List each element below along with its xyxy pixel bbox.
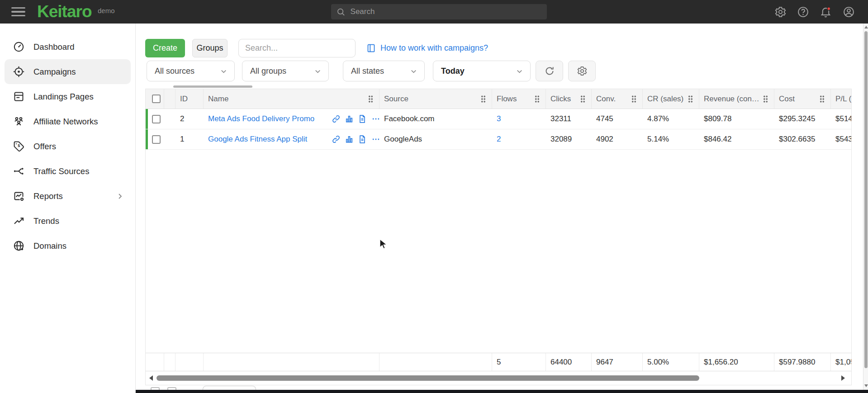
- column-header-revenue[interactable]: Revenue (con…: [699, 89, 774, 109]
- column-drag-handle[interactable]: [688, 95, 693, 103]
- table-top-scrollbar-thumb[interactable]: [173, 85, 252, 88]
- top-bar: Keitaro demo: [0, 0, 868, 24]
- flows-count-link[interactable]: 2: [497, 135, 501, 143]
- chevron-down-icon: [409, 67, 418, 76]
- column-header-id[interactable]: ID: [175, 89, 204, 109]
- sidebar-item-affiliate-networks[interactable]: Affiliate Networks: [5, 109, 131, 134]
- column-drag-handle[interactable]: [820, 95, 825, 103]
- select-all-cell: [146, 89, 164, 109]
- mouse-cursor: [379, 239, 390, 251]
- clicks-value: 32311: [546, 114, 592, 123]
- groups-button[interactable]: Groups: [192, 39, 228, 57]
- sidebar: Dashboard Campaigns Landings Pages Affil…: [0, 24, 136, 393]
- revenue-value: $846.42: [699, 135, 774, 144]
- chevron-down-icon: [219, 67, 228, 76]
- sidebar-item-campaigns[interactable]: Campaigns: [5, 59, 131, 84]
- campaign-link-icon[interactable]: [332, 135, 341, 144]
- groups-filter-dropdown[interactable]: All groups: [242, 61, 329, 81]
- column-header-name[interactable]: Name: [204, 89, 379, 109]
- global-search[interactable]: [331, 4, 547, 19]
- table-horizontal-scrollbar: [146, 371, 851, 385]
- column-header-source[interactable]: Source: [379, 89, 492, 109]
- sidebar-item-dashboard[interactable]: Dashboard: [5, 34, 131, 59]
- sidebar-item-reports[interactable]: Reports: [5, 184, 131, 208]
- settings-gear-icon[interactable]: [774, 6, 787, 18]
- column-drag-handle[interactable]: [535, 95, 540, 103]
- dashboard-icon: [13, 41, 25, 53]
- scroll-up-arrow[interactable]: [864, 26, 868, 28]
- refresh-button[interactable]: [536, 61, 563, 81]
- column-drag-handle[interactable]: [368, 95, 373, 103]
- total-revenue: $1,656.20: [699, 353, 774, 371]
- campaign-log-icon[interactable]: [358, 114, 367, 123]
- cr-sales-value: 5.14%: [643, 135, 699, 144]
- bottom-cutoff-bar: [136, 390, 868, 393]
- campaigns-target-icon: [13, 66, 25, 78]
- column-header-cr-sales[interactable]: CR (sales): [643, 89, 699, 109]
- sidebar-item-traffic-sources[interactable]: Traffic Sources: [5, 159, 131, 184]
- pl-value: $543: [831, 135, 852, 144]
- campaign-link-icon[interactable]: [332, 114, 341, 123]
- cost-value: $295.3245: [774, 114, 831, 123]
- sidebar-item-label: Offers: [33, 142, 56, 152]
- svg-text:$: $: [18, 143, 20, 148]
- conversions-value: 4745: [592, 114, 643, 123]
- help-campaigns-link[interactable]: How to work with campaigns?: [366, 43, 488, 53]
- domains-globe-icon: [13, 240, 25, 252]
- sidebar-item-label: Traffic Sources: [33, 166, 89, 176]
- campaign-stats-icon[interactable]: [345, 114, 354, 123]
- column-header-cost[interactable]: Cost: [774, 89, 831, 109]
- date-range-dropdown[interactable]: Today: [433, 61, 531, 81]
- column-drag-handle[interactable]: [580, 95, 585, 103]
- more-actions-icon[interactable]: [371, 135, 379, 144]
- account-icon[interactable]: [843, 6, 855, 18]
- sidebar-item-label: Campaigns: [33, 67, 76, 77]
- sidebar-item-offers[interactable]: $ Offers: [5, 134, 131, 159]
- column-header-pl[interactable]: P/L (: [831, 89, 852, 109]
- row-checkbox[interactable]: [152, 115, 161, 123]
- reports-icon: [13, 190, 25, 202]
- campaign-id: 1: [175, 135, 204, 144]
- scroll-down-arrow[interactable]: [864, 384, 868, 387]
- help-icon[interactable]: [797, 6, 809, 18]
- campaign-id: 2: [175, 114, 204, 123]
- groups-filter-value: All groups: [250, 66, 286, 76]
- scroll-right-arrow[interactable]: [841, 375, 845, 381]
- flows-count-link[interactable]: 3: [497, 114, 501, 123]
- campaign-stats-icon[interactable]: [345, 135, 354, 144]
- column-header-conv[interactable]: Conv.: [592, 89, 643, 109]
- campaign-log-icon[interactable]: [358, 135, 367, 144]
- sidebar-item-trends[interactable]: Trends: [5, 208, 131, 233]
- table-settings-button[interactable]: [568, 61, 596, 81]
- sidebar-item-domains[interactable]: Domains: [5, 233, 131, 258]
- column-header-clicks[interactable]: Clicks: [546, 89, 592, 109]
- cr-sales-value: 4.87%: [643, 114, 699, 123]
- column-header-flows[interactable]: Flows: [492, 89, 546, 109]
- row-checkbox[interactable]: [152, 135, 161, 144]
- global-search-input[interactable]: [351, 7, 541, 16]
- campaign-search-input[interactable]: [238, 39, 356, 57]
- total-cr-sales: 5.00%: [643, 353, 699, 371]
- column-drag-handle[interactable]: [481, 95, 486, 103]
- menu-toggle-icon[interactable]: [11, 7, 25, 16]
- sidebar-item-label: Reports: [33, 191, 105, 201]
- create-button[interactable]: Create: [145, 39, 185, 57]
- chevron-down-icon: [515, 67, 524, 76]
- scroll-left-arrow[interactable]: [149, 375, 153, 381]
- clicks-value: 32089: [546, 135, 592, 144]
- campaign-name-link[interactable]: Google Ads Fitness App Split: [208, 135, 307, 144]
- notifications-bell-icon[interactable]: [820, 6, 832, 18]
- states-filter-dropdown[interactable]: All states: [343, 61, 425, 81]
- vertical-scrollbar-thumb[interactable]: [864, 31, 868, 368]
- more-actions-icon[interactable]: [371, 114, 379, 123]
- page-vertical-scrollbar: [863, 24, 868, 393]
- column-drag-handle[interactable]: [631, 95, 636, 103]
- sources-filter-dropdown[interactable]: All sources: [147, 61, 235, 81]
- sidebar-item-landings-pages[interactable]: Landings Pages: [5, 84, 131, 109]
- app-logo: Keitaro: [37, 2, 91, 21]
- campaign-name-link[interactable]: Meta Ads Food Delivery Promo: [208, 114, 314, 123]
- cost-value: $302.6635: [774, 135, 831, 144]
- column-drag-handle[interactable]: [763, 95, 768, 103]
- horizontal-scrollbar-thumb[interactable]: [157, 375, 699, 381]
- select-all-checkbox[interactable]: [152, 95, 161, 103]
